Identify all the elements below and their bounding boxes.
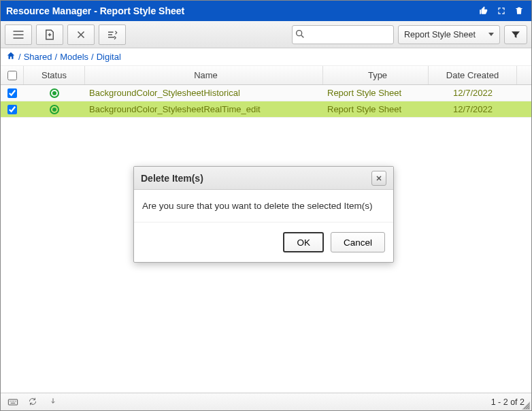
toolbar: Report Style Sheet (1, 21, 531, 48)
header-checkbox-cell (1, 66, 24, 84)
resize-grip-icon[interactable] (522, 401, 530, 410)
header-date[interactable]: Date Created (429, 66, 517, 84)
breadcrumb-part[interactable]: Models (60, 52, 88, 62)
type-dropdown[interactable]: Report Style Sheet (398, 25, 500, 44)
search-field[interactable] (292, 25, 394, 44)
new-button[interactable] (36, 24, 63, 45)
pager-text: 1 - 2 of 2 (491, 397, 525, 407)
header-name[interactable]: Name (85, 66, 323, 84)
select-all-checkbox[interactable] (7, 71, 17, 80)
row-name: BackgroundColor_StylesheetHistorical (85, 88, 323, 98)
status-active-icon (50, 105, 59, 114)
chevron-down-icon (488, 33, 494, 36)
dialog-actions: OK Cancel (134, 223, 393, 262)
table-row[interactable]: BackgroundColor_StylesheetHistorical Rep… (1, 85, 531, 101)
breadcrumb: / Shared / Models / Digital (1, 48, 531, 66)
row-type: Report Style Sheet (323, 88, 429, 98)
refresh-icon[interactable] (28, 397, 39, 408)
header-status[interactable]: Status (24, 66, 85, 84)
status-bar: 1 - 2 of 2 (1, 393, 531, 410)
row-type: Report Style Sheet (323, 104, 429, 114)
status-active-icon (50, 88, 59, 98)
svg-rect-1 (8, 399, 17, 405)
dialog-message: Are you sure that you want to delete the… (134, 190, 393, 223)
app-window: Resource Manager - Report Style Sheet (0, 0, 532, 411)
breadcrumb-part[interactable]: Digital (97, 52, 121, 62)
thumbs-up-icon[interactable] (477, 4, 491, 18)
data-grid: Status Name Type Date Created Background… (1, 66, 531, 118)
keyboard-icon[interactable] (7, 397, 18, 408)
search-icon (295, 29, 305, 39)
delete-dialog: Delete Item(s) Are you sure that you wan… (133, 166, 394, 263)
breadcrumb-part[interactable]: Shared (24, 52, 52, 62)
table-row[interactable]: BackgroundColor_StylesheetRealTime_edit … (1, 101, 531, 118)
row-date: 12/7/2022 (429, 88, 517, 98)
dialog-close-button[interactable] (371, 171, 386, 186)
dialog-title: Delete Item(s) (141, 173, 203, 184)
ok-button[interactable]: OK (283, 232, 324, 252)
row-name: BackgroundColor_StylesheetRealTime_edit (85, 104, 323, 114)
cancel-button[interactable]: Cancel (331, 232, 385, 252)
search-input[interactable] (292, 25, 394, 44)
window-title: Resource Manager - Report Style Sheet (6, 5, 473, 16)
dropdown-label: Report Style Sheet (404, 30, 476, 39)
row-date: 12/7/2022 (429, 104, 517, 114)
settings-button[interactable] (99, 24, 126, 45)
title-bar: Resource Manager - Report Style Sheet (1, 1, 531, 21)
download-icon[interactable] (48, 397, 59, 408)
header-type[interactable]: Type (323, 66, 429, 84)
row-checkbox[interactable] (7, 105, 17, 114)
row-checkbox[interactable] (7, 88, 17, 98)
delete-button[interactable] (67, 24, 95, 45)
filter-button[interactable] (504, 25, 527, 44)
grid-header: Status Name Type Date Created (1, 66, 531, 85)
home-icon[interactable] (6, 51, 16, 63)
expand-icon[interactable] (495, 4, 508, 18)
dialog-title-bar: Delete Item(s) (134, 167, 393, 190)
trash-icon[interactable] (512, 4, 526, 18)
menu-button[interactable] (5, 24, 32, 45)
svg-point-0 (297, 30, 302, 35)
